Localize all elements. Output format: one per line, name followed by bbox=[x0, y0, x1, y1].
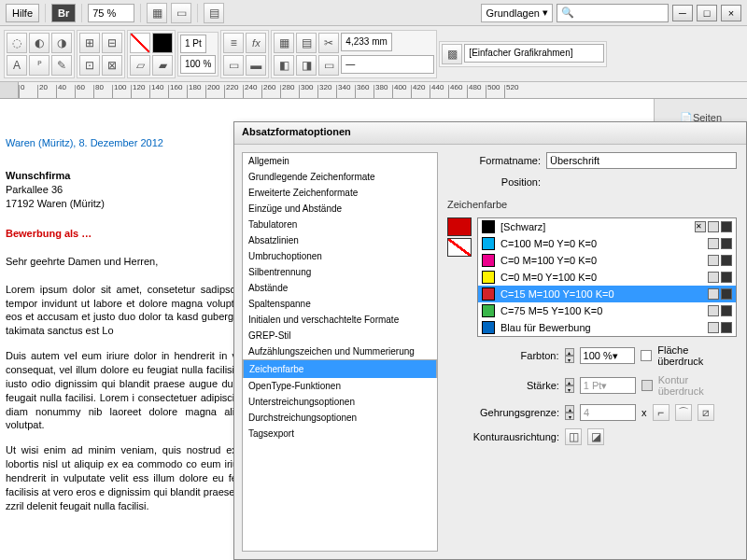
overprint-fill-label: Fläche überdruck bbox=[657, 344, 737, 367]
minimize-button[interactable]: ─ bbox=[672, 5, 693, 21]
tool-icon[interactable]: ◑ bbox=[51, 33, 72, 53]
swatch-row[interactable]: C=75 M=5 Y=100 K=0 bbox=[478, 302, 736, 319]
corner-icon[interactable]: ◨ bbox=[296, 55, 317, 76]
zoom-combo[interactable]: 75 % bbox=[88, 4, 134, 22]
tool-icon[interactable]: ᴾ bbox=[29, 55, 49, 76]
frame-icon[interactable]: ▤ bbox=[296, 33, 317, 53]
category-item[interactable]: Unterstreichungsoptionen bbox=[243, 394, 437, 410]
category-item[interactable]: Silbentrennung bbox=[243, 264, 437, 280]
miter-label: Gehrungsgrenze: bbox=[447, 407, 559, 418]
wrap-icon[interactable]: ▭ bbox=[223, 55, 244, 76]
miter-input: 4 bbox=[580, 404, 636, 421]
opacity[interactable]: 100 % bbox=[180, 55, 216, 74]
align-icon[interactable]: ⊟ bbox=[102, 33, 122, 53]
view-mode-icon[interactable]: ▦ bbox=[147, 3, 167, 23]
align-inside-icon[interactable]: ◪ bbox=[587, 428, 604, 445]
join-bevel-icon[interactable]: ⧄ bbox=[698, 404, 714, 421]
down-arrow-icon[interactable]: ▾ bbox=[565, 356, 574, 363]
control-panel: ◌◐◑Aᴾ✎ ⊞⊟⊡⊠ ▱▰ 1 Pt100 % ≡fx▭▬ ▦▤✂4,233 … bbox=[0, 26, 747, 82]
tool-icon[interactable]: ◐ bbox=[29, 33, 49, 53]
stroke-align-label: Konturausrichtung: bbox=[447, 431, 559, 442]
frame-type[interactable]: — bbox=[341, 55, 434, 74]
close-button[interactable]: × bbox=[721, 5, 741, 21]
miter-x: x bbox=[641, 407, 647, 418]
category-item[interactable]: Aufzählungszeichen und Nummerierung bbox=[243, 343, 437, 359]
align-center-icon[interactable]: ◫ bbox=[565, 428, 582, 445]
swatch-row[interactable]: C=0 M=0 Y=100 K=0 bbox=[478, 269, 736, 286]
fill-stroke-proxy[interactable] bbox=[447, 217, 472, 257]
align-icon[interactable]: ⊞ bbox=[79, 33, 100, 53]
category-item[interactable]: Zeichenfarbe bbox=[243, 359, 437, 378]
up-arrow-icon[interactable]: ▴ bbox=[565, 348, 574, 356]
swatch-row[interactable]: C=15 M=100 Y=100 K=0 bbox=[478, 286, 736, 302]
swatch-row[interactable]: C=0 M=100 Y=0 K=0 bbox=[478, 252, 736, 269]
category-item[interactable]: Tabulatoren bbox=[243, 217, 437, 232]
formatname-input[interactable] bbox=[546, 152, 737, 169]
section-title: Zeichenfarbe bbox=[447, 199, 737, 210]
join-miter-icon[interactable]: ⌐ bbox=[653, 404, 669, 421]
category-item[interactable]: Einzüge und Abstände bbox=[243, 201, 437, 217]
tool-icon[interactable]: ✎ bbox=[51, 55, 72, 76]
category-item[interactable]: Grundlegende Zeichenformate bbox=[243, 169, 437, 185]
category-item[interactable]: Erweiterte Zeichenformate bbox=[243, 185, 437, 201]
tool-icon[interactable]: A bbox=[7, 55, 27, 76]
corner-icon[interactable]: ◧ bbox=[274, 55, 294, 76]
stroke-icon[interactable]: ▱ bbox=[130, 55, 150, 76]
category-item[interactable]: Umbruchoptionen bbox=[243, 248, 437, 264]
paragraph-style-options-dialog: Absatzformatoptionen AllgemeinGrundlegen… bbox=[233, 121, 747, 560]
maximize-button[interactable]: □ bbox=[697, 5, 717, 21]
wrap-icon[interactable]: ▬ bbox=[246, 55, 266, 76]
overprint-stroke-label: Kontur überdruck bbox=[658, 374, 737, 397]
down-arrow-icon[interactable]: ▾ bbox=[565, 413, 574, 420]
position-label: Position: bbox=[447, 176, 541, 188]
bridge-button[interactable]: Br bbox=[51, 4, 76, 22]
help-button[interactable]: Hilfe bbox=[6, 4, 39, 22]
frame-icon[interactable]: ▦ bbox=[274, 33, 294, 53]
crop-icon[interactable]: ✂ bbox=[318, 33, 339, 53]
fill-swatch[interactable] bbox=[447, 217, 472, 236]
stroke-input: 1 Pt ▾ bbox=[580, 377, 636, 394]
join-round-icon[interactable]: ⌒ bbox=[675, 404, 692, 421]
overprint-fill-checkbox[interactable] bbox=[641, 350, 652, 361]
swatch-row[interactable]: C=100 M=0 Y=0 K=0 bbox=[478, 235, 736, 252]
width-input[interactable]: 4,233 mm bbox=[341, 33, 391, 51]
category-item[interactable]: Allgemein bbox=[243, 153, 437, 169]
category-list[interactable]: AllgemeinGrundlegende ZeichenformateErwe… bbox=[242, 152, 438, 552]
up-arrow-icon[interactable]: ▴ bbox=[565, 378, 574, 385]
screen-mode-icon[interactable]: ▭ bbox=[171, 3, 191, 23]
category-item[interactable]: GREP-Stil bbox=[243, 328, 437, 343]
horizontal-ruler: 0204060801001201401601802002202402602803… bbox=[0, 82, 747, 99]
stroke-weight[interactable]: 1 Pt bbox=[180, 35, 206, 53]
object-style[interactable]: [Einfacher Grafikrahmen] bbox=[464, 44, 604, 63]
category-item[interactable]: Initialen und verschachtelte Formate bbox=[243, 312, 437, 328]
swatch-row[interactable]: Blau für Bewerbung bbox=[478, 319, 736, 336]
workspace-combo[interactable]: Grundlagen ▾ bbox=[481, 4, 553, 22]
swatch-list[interactable]: [Schwarz]✕C=100 M=0 Y=0 K=0C=0 M=100 Y=0… bbox=[477, 217, 737, 337]
obj-style-icon[interactable]: ▩ bbox=[442, 44, 462, 64]
corner-icon[interactable]: ▭ bbox=[318, 55, 339, 76]
dialog-title: Absatzformatoptionen bbox=[234, 122, 746, 145]
search-input[interactable]: 🔍 bbox=[557, 4, 669, 22]
overprint-stroke-checkbox bbox=[641, 380, 653, 391]
tint-input[interactable]: 100 % ▾ bbox=[580, 347, 636, 364]
down-arrow-icon[interactable]: ▾ bbox=[565, 385, 574, 393]
arrange-icon[interactable]: ▤ bbox=[204, 3, 224, 23]
tool-icon[interactable]: ◌ bbox=[7, 33, 27, 53]
category-item[interactable]: Tagsexport bbox=[243, 426, 437, 441]
fx-icon[interactable]: fx bbox=[246, 33, 266, 53]
category-item[interactable]: Abstände bbox=[243, 280, 437, 296]
category-item[interactable]: Spaltenspanne bbox=[243, 296, 437, 312]
fill-black-icon[interactable] bbox=[152, 33, 173, 53]
align-icon[interactable]: ⊡ bbox=[79, 55, 100, 76]
stroke-icon[interactable]: ▰ bbox=[152, 55, 173, 76]
category-item[interactable]: Absatzlinien bbox=[243, 232, 437, 248]
category-item[interactable]: Durchstreichungsoptionen bbox=[243, 410, 437, 426]
align-icon[interactable]: ⊠ bbox=[102, 55, 122, 76]
fill-none-icon[interactable] bbox=[130, 33, 150, 53]
swatch-row[interactable]: [Schwarz]✕ bbox=[478, 218, 736, 235]
fx-icon[interactable]: ≡ bbox=[223, 33, 244, 53]
category-item[interactable]: OpenType-Funktionen bbox=[243, 378, 437, 394]
stroke-swatch[interactable] bbox=[447, 238, 472, 257]
top-menu-bar: Hilfe Br 75 % ▦ ▭ ▤ Grundlagen ▾ 🔍 ─ □ × bbox=[0, 0, 747, 26]
up-arrow-icon[interactable]: ▴ bbox=[565, 405, 574, 413]
